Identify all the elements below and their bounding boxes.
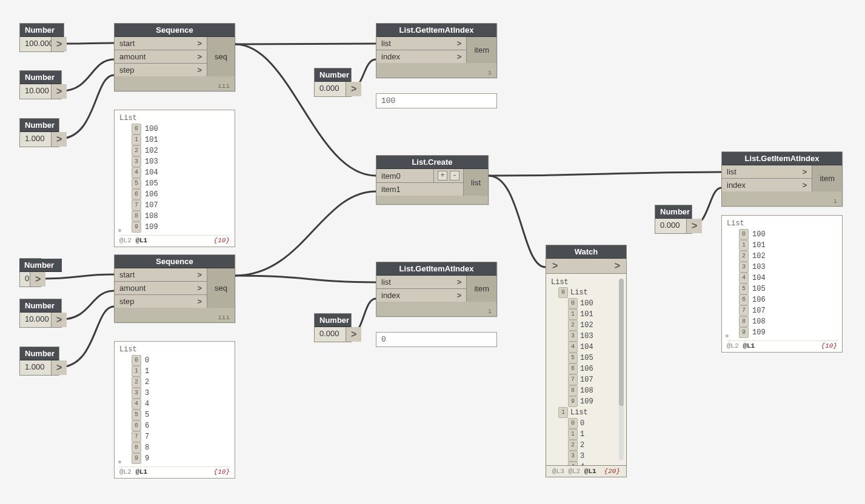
sequence-node[interactable]: Sequence start> amount> step> seq ııı bbox=[114, 23, 235, 91]
number-value[interactable]: 1.000 bbox=[20, 132, 52, 147]
input-port-list[interactable]: list> bbox=[376, 276, 466, 289]
watch-row: 5 105 bbox=[551, 353, 624, 363]
add-input-button[interactable]: + bbox=[438, 171, 447, 181]
node-title: Watch bbox=[546, 245, 626, 259]
input-port-index[interactable]: index> bbox=[722, 179, 812, 191]
output-port[interactable]: > bbox=[346, 327, 361, 342]
number-node[interactable]: Number 100.000 > bbox=[19, 23, 64, 52]
getitem-node[interactable]: List.GetItemAtIndex list> index> item ı bbox=[721, 151, 843, 207]
output-port[interactable]: > bbox=[30, 272, 45, 287]
node-title: Number bbox=[20, 299, 61, 313]
output-port-item[interactable]: item bbox=[467, 37, 496, 63]
preview-value: 105 bbox=[145, 179, 158, 188]
port-label: item bbox=[820, 174, 835, 183]
list-create-node[interactable]: List.Create item0 + - item1 list bbox=[376, 155, 489, 205]
output-port-list[interactable]: list bbox=[464, 169, 488, 196]
port-label: index bbox=[381, 52, 400, 61]
preview-value: 104 bbox=[145, 168, 158, 177]
input-port-index[interactable]: index> bbox=[376, 50, 466, 63]
preview-dot-icon bbox=[118, 460, 121, 463]
output-port[interactable]: > bbox=[609, 259, 626, 273]
output-port[interactable]: > bbox=[687, 219, 702, 233]
output-port-seq[interactable]: seq bbox=[207, 268, 235, 308]
getitem-node[interactable]: List.GetItemAtIndex list> index> item ı bbox=[376, 23, 497, 78]
getitem-node[interactable]: List.GetItemAtIndex list> index> item ı bbox=[376, 262, 497, 317]
port-label: item bbox=[474, 284, 489, 293]
node-title: Number bbox=[20, 24, 64, 37]
input-port-step[interactable]: step> bbox=[115, 64, 207, 76]
preview-value: 109 bbox=[145, 222, 158, 232]
watch-row: 0 100 bbox=[551, 298, 624, 309]
output-port[interactable]: > bbox=[52, 37, 67, 51]
number-node[interactable]: Number 1.000 > bbox=[19, 118, 59, 147]
preview-value: 105 bbox=[752, 284, 766, 294]
number-value[interactable]: 100.000 bbox=[20, 37, 52, 51]
chevron-icon: > bbox=[803, 167, 807, 176]
input-port-start[interactable]: start> bbox=[115, 37, 207, 50]
preview-value: 102 bbox=[145, 146, 158, 156]
number-value[interactable]: 0 bbox=[20, 272, 30, 287]
list-label: List bbox=[727, 219, 837, 228]
scrollbar[interactable] bbox=[619, 279, 624, 460]
input-port-amount[interactable]: amount> bbox=[115, 282, 207, 295]
watch-node[interactable]: Watch > > List0 List0 1001 1012 1023 103… bbox=[546, 245, 627, 477]
number-node[interactable]: Number 0.000 > bbox=[314, 68, 352, 97]
number-value[interactable]: 10.000 bbox=[20, 313, 52, 327]
chevron-icon: > bbox=[197, 65, 202, 75]
number-value[interactable]: 0.000 bbox=[655, 219, 687, 233]
index-pill: 7 bbox=[132, 431, 141, 442]
sequence-node[interactable]: Sequence start> amount> step> seq ııı bbox=[114, 254, 235, 323]
number-value[interactable]: 10.000 bbox=[20, 84, 52, 99]
output-port[interactable]: > bbox=[52, 313, 67, 327]
input-port-item0[interactable]: item0 bbox=[376, 169, 433, 183]
lacing-icon[interactable]: ı bbox=[488, 70, 492, 76]
port-label: list bbox=[381, 277, 391, 287]
lacing-icon[interactable]: ııı bbox=[218, 82, 230, 90]
input-port-index[interactable]: index> bbox=[376, 289, 466, 302]
remove-input-button[interactable]: - bbox=[450, 171, 459, 181]
preview-dot-icon bbox=[118, 229, 121, 232]
input-port-step[interactable]: step> bbox=[115, 295, 207, 308]
output-port[interactable]: > bbox=[52, 360, 67, 375]
number-node[interactable]: Number 10.000 > bbox=[19, 299, 62, 328]
input-port-list[interactable]: list> bbox=[376, 37, 466, 50]
number-node[interactable]: Number 0.000 > bbox=[314, 313, 352, 342]
number-node[interactable]: Number 0 > bbox=[19, 258, 41, 287]
input-port-start[interactable]: start> bbox=[115, 268, 207, 282]
index-pill: 5 bbox=[739, 284, 749, 294]
watch-row: 1 101 bbox=[551, 309, 624, 320]
lacing-icon[interactable]: ı bbox=[833, 198, 837, 205]
lacing-icon[interactable]: ı bbox=[488, 308, 492, 315]
number-value[interactable]: 0.000 bbox=[315, 327, 346, 342]
output-port[interactable]: > bbox=[52, 84, 67, 99]
preview-value: 5 bbox=[145, 410, 149, 420]
preview-value: 107 bbox=[145, 201, 158, 210]
output-port[interactable]: > bbox=[346, 82, 361, 96]
node-title: Sequence bbox=[115, 24, 235, 37]
output-port-seq[interactable]: seq bbox=[207, 37, 235, 76]
number-node[interactable]: Number 0.000 > bbox=[655, 205, 692, 234]
chevron-icon: > bbox=[197, 270, 202, 279]
scrollbar-thumb[interactable] bbox=[619, 279, 624, 406]
input-port-item1[interactable]: item1 bbox=[376, 183, 463, 196]
data-preview: List 00112233445566778899@L2 @L1{10} bbox=[114, 341, 235, 479]
number-node[interactable]: Number 10.000 > bbox=[19, 70, 62, 99]
input-port[interactable]: > bbox=[546, 259, 564, 273]
watch-row: 3 103 bbox=[551, 331, 624, 342]
output-port-item[interactable]: item bbox=[467, 276, 496, 302]
number-value[interactable]: 0.000 bbox=[315, 82, 346, 96]
index-pill: 2 bbox=[739, 251, 749, 262]
chevron-icon: > bbox=[197, 297, 202, 306]
output-port[interactable]: > bbox=[52, 132, 67, 147]
input-port-list[interactable]: list> bbox=[722, 165, 812, 179]
number-value[interactable]: 1.000 bbox=[20, 360, 52, 375]
preview-row: 5105 bbox=[727, 284, 837, 294]
number-node[interactable]: Number 1.000 > bbox=[19, 346, 59, 376]
lacing-icon[interactable]: ııı bbox=[218, 314, 230, 321]
input-port-amount[interactable]: amount> bbox=[115, 50, 207, 64]
output-port-item[interactable]: item bbox=[812, 165, 842, 191]
watch-footer: @L3 @L2 @L1 {20} bbox=[546, 465, 626, 477]
preview-row: 0100 bbox=[727, 229, 837, 240]
index-pill: 8 bbox=[739, 316, 749, 327]
preview-value: 4 bbox=[145, 399, 149, 409]
